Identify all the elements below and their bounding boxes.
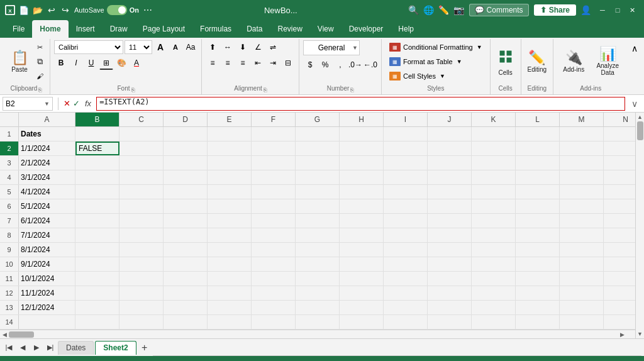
cell-K9[interactable] (472, 243, 516, 257)
tab-page-layout[interactable]: Page Layout (135, 20, 192, 38)
cell-A5[interactable]: 4/1/2024 (19, 185, 75, 199)
cell-J4[interactable] (428, 170, 472, 184)
cell-F12[interactable] (252, 286, 296, 300)
cell-H12[interactable] (340, 286, 384, 300)
cell-F11[interactable] (252, 272, 296, 286)
autosave-toggle[interactable]: AutoSave On (74, 5, 139, 15)
minimize-button[interactable]: ─ (596, 4, 609, 16)
cell-J3[interactable] (428, 156, 472, 170)
cell-J6[interactable] (428, 199, 472, 213)
increase-decimal-button[interactable]: .0→ (348, 58, 362, 72)
redo-icon[interactable]: ↪ (60, 5, 70, 15)
cell-B3[interactable] (75, 156, 119, 170)
cell-N14[interactable] (604, 315, 635, 329)
cell-N2[interactable] (604, 142, 635, 155)
cell-D8[interactable] (164, 228, 208, 242)
sheet-tab-sheet2[interactable]: Sheet2 (95, 341, 136, 355)
normal-view-button[interactable]: ▦ (520, 358, 533, 361)
cell-K6[interactable] (472, 199, 516, 213)
cell-G4[interactable] (296, 170, 340, 184)
cell-B2[interactable]: FALSE (75, 142, 119, 155)
percent-button[interactable]: % (318, 58, 332, 72)
cell-B14[interactable] (75, 315, 119, 329)
confirm-formula-icon[interactable]: ✓ (73, 99, 80, 108)
cell-E11[interactable] (208, 272, 252, 286)
cancel-formula-icon[interactable]: ✕ (64, 99, 70, 108)
cell-G14[interactable] (296, 315, 340, 329)
cell-M4[interactable] (560, 170, 604, 184)
cell-D13[interactable] (164, 301, 208, 314)
cell-styles-button[interactable]: ▦ Cell Styles ▼ (386, 69, 486, 83)
cell-M14[interactable] (560, 315, 604, 329)
cell-M13[interactable] (560, 301, 604, 314)
cell-K5[interactable] (472, 185, 516, 199)
cell-D14[interactable] (164, 315, 208, 329)
scroll-left-arrow[interactable]: ◀ (0, 330, 9, 338)
cell-D9[interactable] (164, 243, 208, 257)
cells-button[interactable]: Cells (494, 44, 517, 79)
cell-K11[interactable] (472, 272, 516, 286)
cell-A9[interactable]: 8/1/2024 (19, 243, 75, 257)
increase-font-button[interactable]: A (153, 40, 167, 54)
cell-K2[interactable] (472, 142, 516, 155)
horizontal-scrollbar[interactable]: ◀ ▶ (0, 330, 626, 338)
cell-E12[interactable] (208, 286, 252, 300)
cell-B4[interactable] (75, 170, 119, 184)
cell-K14[interactable] (472, 315, 516, 329)
decrease-font-button[interactable]: A (169, 40, 182, 54)
col-header-I[interactable]: I (384, 113, 428, 126)
cell-K4[interactable] (472, 170, 516, 184)
cell-N5[interactable] (604, 185, 635, 199)
cell-L5[interactable] (516, 185, 560, 199)
cell-H4[interactable] (340, 170, 384, 184)
open-file-icon[interactable]: 📂 (33, 5, 43, 15)
cell-C13[interactable] (119, 301, 164, 314)
scroll-down-arrow[interactable]: ▼ (636, 330, 645, 338)
addins-button[interactable]: 🔌 Add-ins (557, 44, 590, 79)
cell-A10[interactable]: 9/1/2024 (19, 257, 75, 271)
search-icon[interactable]: 🔍 (409, 5, 419, 15)
format-as-table-button[interactable]: ▦ Format as Table ▼ (386, 55, 486, 69)
cell-H10[interactable] (340, 257, 384, 271)
cell-M11[interactable] (560, 272, 604, 286)
cell-E1[interactable] (208, 127, 252, 141)
font-color-button[interactable]: A (130, 56, 143, 70)
cell-F5[interactable] (252, 185, 296, 199)
number-expand-icon[interactable]: ⎘ (350, 87, 353, 93)
cell-M9[interactable] (560, 243, 604, 257)
tab-formulas[interactable]: Formulas (192, 20, 239, 38)
cell-L10[interactable] (516, 257, 560, 271)
tab-draw[interactable]: Draw (103, 20, 135, 38)
formula-input[interactable]: =ISTEXT(A2) (96, 97, 625, 111)
col-header-M[interactable]: M (560, 113, 604, 126)
cell-A4[interactable]: 3/1/2024 (19, 170, 75, 184)
cell-L3[interactable] (516, 156, 560, 170)
cell-C8[interactable] (119, 228, 164, 242)
row-number[interactable]: 1 (0, 127, 19, 141)
cell-D4[interactable] (164, 170, 208, 184)
cell-F6[interactable] (252, 199, 296, 213)
cell-I4[interactable] (384, 170, 428, 184)
row-number[interactable]: 7 (0, 214, 19, 228)
cell-J11[interactable] (428, 272, 472, 286)
cell-F10[interactable] (252, 257, 296, 271)
cell-H1[interactable] (340, 127, 384, 141)
cell-reference-box[interactable]: B2 ▼ (3, 97, 53, 111)
page-layout-view-button[interactable]: ▣ (535, 358, 548, 361)
cell-E13[interactable] (208, 301, 252, 314)
cell-C12[interactable] (119, 286, 164, 300)
expand-formula-button[interactable]: ∨ (628, 97, 641, 111)
currency-button[interactable]: $ (303, 58, 317, 72)
sheet-tab-dates[interactable]: Dates (58, 341, 94, 355)
cell-H7[interactable] (340, 214, 384, 228)
tab-home[interactable]: Home (32, 20, 68, 38)
cell-I12[interactable] (384, 286, 428, 300)
bold-button[interactable]: B (54, 56, 68, 70)
cell-C5[interactable] (119, 185, 164, 199)
conditional-formatting-button[interactable]: ▦ Conditional Formatting ▼ (386, 40, 486, 54)
cell-ref-dropdown-icon[interactable]: ▼ (44, 101, 50, 107)
cell-M3[interactable] (560, 156, 604, 170)
cell-A7[interactable]: 6/1/2024 (19, 214, 75, 228)
cell-L6[interactable] (516, 199, 560, 213)
col-header-A[interactable]: A (19, 113, 75, 126)
